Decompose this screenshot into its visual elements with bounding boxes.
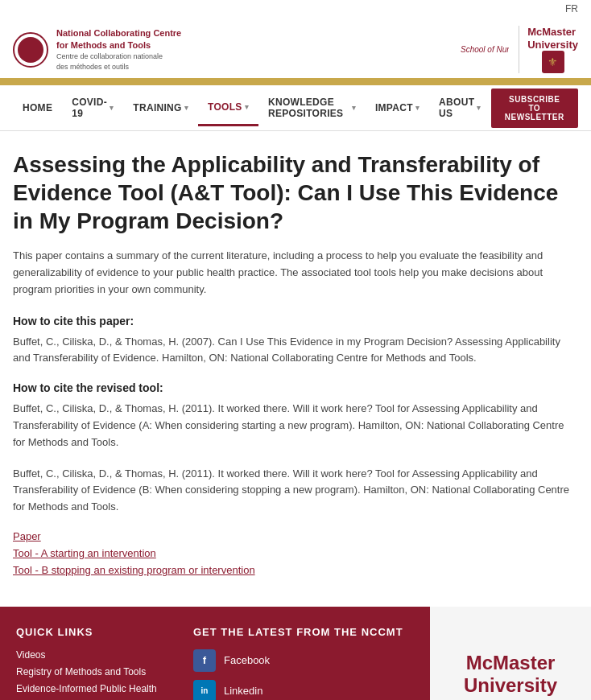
- chevron-down-icon: ▾: [245, 103, 249, 111]
- chevron-down-icon: ▾: [352, 104, 356, 112]
- footer-link-eiph[interactable]: Evidence-Informed Public Health: [16, 683, 161, 694]
- logo-text: National Collaborating Centrefor Methods…: [56, 27, 181, 72]
- footer-mcmaster-text: McMasterUniversity: [464, 652, 557, 698]
- school-nursing-logo: School of Nursing: [461, 42, 509, 58]
- cite-paper-heading: How to cite this paper:: [13, 315, 578, 327]
- social-linkedin[interactable]: in Linkedin: [193, 680, 414, 700]
- school-label: School of Nursing: [461, 42, 509, 58]
- cite-paper-text: Buffet, C., Ciliska, D., & Thomas, H. (2…: [13, 334, 578, 368]
- mcmaster-crest: ⚜: [542, 51, 564, 73]
- link-tool-b[interactable]: Tool - B stopping an existing program or…: [13, 564, 578, 576]
- nav-covid[interactable]: COVID-19 ▾: [62, 85, 123, 130]
- nav-home[interactable]: HOME: [13, 91, 62, 125]
- logo-icon: [18, 37, 43, 63]
- footer-link-registry[interactable]: Registry of Methods and Tools: [16, 666, 161, 677]
- page-title: Assessing the Applicability and Transfer…: [13, 150, 578, 235]
- chevron-down-icon: ▾: [184, 104, 188, 112]
- nav-knowledge[interactable]: KNOWLEDGE REPOSITORIES ▾: [258, 85, 366, 130]
- partner-logos: School of Nursing McMasterUniversity ⚜: [461, 26, 578, 73]
- logo-area: National Collaborating Centrefor Methods…: [13, 27, 181, 72]
- svg-text:School of Nursing: School of Nursing: [461, 45, 509, 54]
- lang-switcher: FR: [0, 0, 591, 18]
- nav-subscribe: SUBSCRIBE TO NEWSLETTER: [491, 89, 578, 128]
- main-content: Assessing the Applicability and Transfer…: [0, 131, 591, 607]
- chevron-down-icon: ▾: [415, 104, 419, 112]
- cite-tool-a-text: Buffet, C., Ciliska, D., & Thomas, H. (2…: [13, 401, 578, 451]
- header: National Collaborating Centrefor Methods…: [0, 18, 591, 80]
- subscribe-button[interactable]: SUBSCRIBE TO NEWSLETTER: [491, 89, 578, 128]
- nav-impact[interactable]: IMPACT ▾: [366, 91, 429, 125]
- crest-icon: ⚜: [548, 56, 558, 68]
- mcmaster-logo: McMasterUniversity ⚜: [519, 26, 578, 73]
- facebook-icon: f: [193, 649, 216, 672]
- chevron-down-icon: ▾: [110, 104, 114, 112]
- page-description: This paper contains a summary of the cur…: [13, 248, 578, 298]
- logo-brand: National Collaborating Centrefor Methods…: [56, 27, 181, 52]
- footer-latest-heading: GET THE LATEST FROM THE NCCMT: [193, 626, 414, 638]
- footer-quick-links: QUICK LINKS Videos Registry of Methods a…: [0, 607, 177, 700]
- logo-sub: Centre de collaboration nationaledes mét…: [56, 51, 181, 72]
- linkedin-label: Linkedin: [224, 685, 262, 697]
- main-nav: HOME COVID-19 ▾ TRAINING ▾ TOOLS ▾ KNOWL…: [0, 85, 591, 131]
- mcmaster-text: McMasterUniversity: [527, 26, 578, 51]
- linkedin-icon: in: [193, 680, 216, 700]
- lang-label[interactable]: FR: [565, 3, 578, 14]
- social-facebook[interactable]: f Facebook: [193, 649, 414, 672]
- quick-links-heading: QUICK LINKS: [16, 626, 161, 638]
- chevron-down-icon: ▾: [477, 104, 481, 112]
- logo-circle: [13, 32, 48, 68]
- cite-tool-heading: How to cite the revised tool:: [13, 381, 578, 394]
- footer-latest: GET THE LATEST FROM THE NCCMT f Facebook…: [177, 607, 430, 700]
- footer-link-videos[interactable]: Videos: [16, 649, 161, 661]
- nav-training[interactable]: TRAINING ▾: [123, 91, 198, 125]
- nav-about[interactable]: ABOUT US ▾: [429, 85, 490, 130]
- cite-tool-b-text: Buffet, C., Ciliska, D., & Thomas, H. (2…: [13, 466, 578, 516]
- footer-mcmaster: McMasterUniversity ⚜: [430, 607, 591, 700]
- nav-tools[interactable]: TOOLS ▾: [198, 90, 258, 126]
- facebook-label: Facebook: [224, 654, 270, 666]
- link-tool-a[interactable]: Tool - A starting an intervention: [13, 547, 578, 559]
- footer: QUICK LINKS Videos Registry of Methods a…: [0, 607, 591, 700]
- link-paper[interactable]: Paper: [13, 530, 578, 542]
